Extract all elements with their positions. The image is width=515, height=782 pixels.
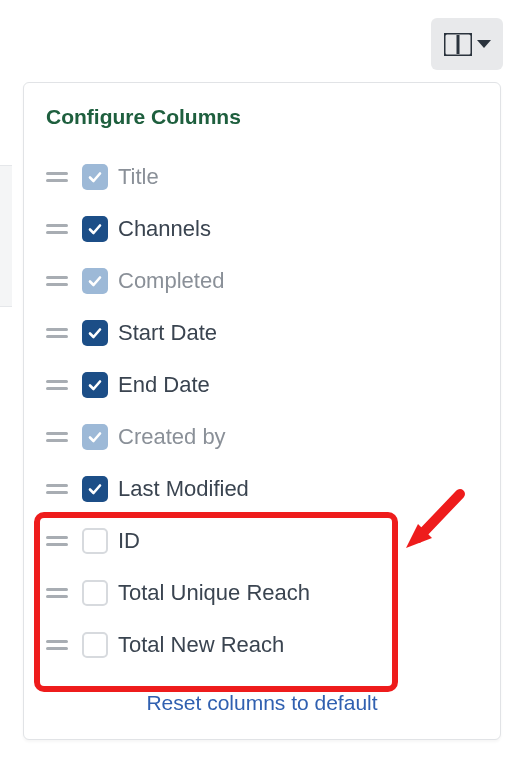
panel-title: Configure Columns [46,105,478,129]
configure-columns-button[interactable] [431,18,503,70]
check-icon [87,429,103,445]
drag-handle-icon[interactable] [46,588,68,598]
drag-handle-icon[interactable] [46,328,68,338]
check-icon [87,481,103,497]
column-row: Total New Reach [46,619,478,671]
column-label: Total New Reach [118,632,284,658]
drag-handle-icon[interactable] [46,432,68,442]
column-label: Start Date [118,320,217,346]
column-row: Total Unique Reach [46,567,478,619]
columns-icon [444,33,472,56]
background-sliver [0,165,12,307]
column-label: ID [118,528,140,554]
drag-handle-icon[interactable] [46,640,68,650]
configure-columns-panel: Configure Columns TitleChannelsCompleted… [23,82,501,740]
check-icon [87,377,103,393]
column-checkbox[interactable] [82,424,108,450]
column-label: Last Modified [118,476,249,502]
drag-handle-icon[interactable] [46,380,68,390]
column-label: End Date [118,372,210,398]
column-checkbox[interactable] [82,580,108,606]
check-icon [87,273,103,289]
column-checkbox[interactable] [82,528,108,554]
column-label: Title [118,164,159,190]
column-list: TitleChannelsCompletedStart DateEnd Date… [46,151,478,671]
column-row: Last Modified [46,463,478,515]
column-label: Completed [118,268,224,294]
reset-columns-link[interactable]: Reset columns to default [46,671,478,721]
drag-handle-icon[interactable] [46,484,68,494]
column-row: End Date [46,359,478,411]
column-checkbox[interactable] [82,476,108,502]
column-checkbox[interactable] [82,632,108,658]
column-row: Start Date [46,307,478,359]
column-row: Title [46,151,478,203]
check-icon [87,221,103,237]
column-row: Completed [46,255,478,307]
drag-handle-icon[interactable] [46,276,68,286]
chevron-down-icon [477,40,491,48]
column-row: Created by [46,411,478,463]
check-icon [87,325,103,341]
column-label: Created by [118,424,226,450]
check-icon [87,169,103,185]
drag-handle-icon[interactable] [46,172,68,182]
column-checkbox[interactable] [82,164,108,190]
column-checkbox[interactable] [82,320,108,346]
column-row: ID [46,515,478,567]
column-label: Total Unique Reach [118,580,310,606]
column-label: Channels [118,216,211,242]
drag-handle-icon[interactable] [46,224,68,234]
column-checkbox[interactable] [82,216,108,242]
column-checkbox[interactable] [82,268,108,294]
column-checkbox[interactable] [82,372,108,398]
drag-handle-icon[interactable] [46,536,68,546]
column-row: Channels [46,203,478,255]
